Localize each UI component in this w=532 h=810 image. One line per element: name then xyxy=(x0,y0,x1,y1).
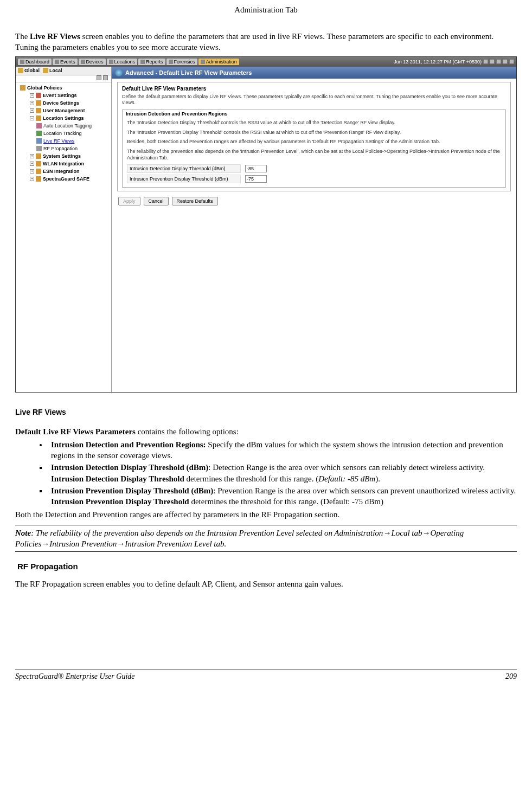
main-panel: Advanced - Default Live RF View Paramete… xyxy=(112,67,516,392)
expand-icon[interactable]: + xyxy=(30,169,34,173)
detection-threshold-input[interactable] xyxy=(245,165,267,172)
intro-rest: screen enables you to define the paramet… xyxy=(15,32,493,52)
b2-bold: Intrusion Detection Display Threshold (d… xyxy=(51,463,208,472)
para1: The 'Intrusion Detection Display Thresho… xyxy=(127,120,501,126)
sidebar-spectraguard-safe[interactable]: +SpectraGuard SAFE xyxy=(19,175,111,183)
expand-icon[interactable]: + xyxy=(30,162,34,166)
help-icon[interactable] xyxy=(503,59,508,64)
expand-icon[interactable]: + xyxy=(30,108,34,113)
cancel-button[interactable]: Cancel xyxy=(144,197,169,205)
param-label: Intrusion Detection Display Threshold (d… xyxy=(127,164,241,173)
button-row: Apply Cancel Restore Defaults xyxy=(117,197,511,205)
note-rest: : The reliability of the prevention also… xyxy=(31,529,383,537)
tab-administration[interactable]: Administration xyxy=(198,59,239,65)
tab-label: Devices xyxy=(86,59,104,65)
bullet-prevention-threshold: Intrusion Prevention Display Threshold (… xyxy=(48,485,517,507)
params-intro: Default Live RF Views Parameters contain… xyxy=(15,426,517,437)
arrow-icon: → xyxy=(117,539,125,548)
expand-icon[interactable]: + xyxy=(30,101,34,105)
footer-page-number: 209 xyxy=(505,672,517,681)
tab-reports[interactable]: Reports xyxy=(138,59,165,65)
page-header: Administration Tab xyxy=(15,5,517,15)
params-bold: Default Live RF Views Parameters xyxy=(15,427,136,436)
expand-all-icon[interactable] xyxy=(97,75,101,80)
reports-icon xyxy=(140,60,145,64)
expand-icon[interactable]: + xyxy=(30,93,34,98)
note-p4: Intrusion Prevention xyxy=(49,539,117,548)
sidebar-wlan-integration[interactable]: +WLAN Integration xyxy=(19,160,111,168)
app-timestamp: Jun 13 2011, 12:12:27 PM (GMT +0530) xyxy=(394,59,514,65)
tab-devices[interactable]: Devices xyxy=(79,59,106,65)
events-icon xyxy=(55,60,59,64)
b2-end: ). xyxy=(375,474,380,483)
item-label: Location Tracking xyxy=(43,131,82,136)
param-label: Intrusion Prevention Display Threshold (… xyxy=(127,175,241,183)
dashboard-icon xyxy=(20,60,24,64)
arrow-icon: → xyxy=(383,528,391,537)
params-rest: contains the following options: xyxy=(136,427,239,436)
item-label: Auto Location Tagging xyxy=(43,123,92,128)
refresh-icon[interactable] xyxy=(483,59,488,64)
folder-icon xyxy=(36,108,41,113)
folder-icon xyxy=(36,161,41,166)
tab-events[interactable]: Events xyxy=(53,59,78,65)
sidebar-global-policies[interactable]: Global Policies xyxy=(19,84,111,92)
sidebar-global-tab[interactable]: Global xyxy=(18,68,40,73)
item-label: SpectraGuard SAFE xyxy=(43,176,89,182)
b2-mid1: : Detection Range is the area over which… xyxy=(208,463,485,472)
admin-icon xyxy=(201,60,205,64)
expand-icon[interactable]: + xyxy=(30,154,34,158)
arrow-icon: → xyxy=(422,528,430,537)
b2-bold2: Intrusion Detection Display Threshold xyxy=(51,474,184,483)
logout-icon[interactable] xyxy=(509,59,514,64)
devices-icon xyxy=(81,60,85,64)
item-label: Location Settings xyxy=(43,115,84,121)
item-label: User Management xyxy=(43,108,85,113)
toggle-icon[interactable] xyxy=(490,59,495,64)
prevention-threshold-input[interactable] xyxy=(245,175,267,183)
tab-label: Forensics xyxy=(174,59,195,65)
param-row-detection: Intrusion Detection Display Threshold (d… xyxy=(127,164,501,173)
sidebar-user-management[interactable]: +User Management xyxy=(19,107,111,114)
forensics-icon xyxy=(169,60,173,64)
list-icon[interactable] xyxy=(496,59,501,64)
collapse-all-icon[interactable] xyxy=(103,75,108,80)
restore-defaults-button[interactable]: Restore Defaults xyxy=(172,197,218,205)
intro-bold: Live RF Views xyxy=(30,32,80,41)
panel-header: Advanced - Default Live RF View Paramete… xyxy=(112,67,516,79)
note-bold: Note xyxy=(15,529,31,537)
tab-label: Dashboard xyxy=(25,59,49,65)
after-bullets-text: Both the Detection and Prevention ranges… xyxy=(15,509,517,520)
item-label: RF Propagation xyxy=(43,146,78,151)
para3: Besides, both Detection and Prevention r… xyxy=(127,139,501,145)
page-footer: SpectraGuard® Enterprise User Guide 209 xyxy=(15,670,517,681)
b3-mid1: : Prevention Range is the area over whic… xyxy=(213,486,516,495)
sidebar-device-settings[interactable]: +Device Settings xyxy=(19,99,111,107)
sidebar-location-settings[interactable]: -Location Settings xyxy=(19,114,111,122)
sidebar-system-settings[interactable]: +System Settings xyxy=(19,152,111,160)
rf-icon xyxy=(36,138,42,144)
tab-dashboard[interactable]: Dashboard xyxy=(18,59,52,65)
tab-locations[interactable]: Locations xyxy=(107,59,138,65)
b2-mid2: determines the threshold for this range.… xyxy=(184,474,318,483)
sidebar-local-tab[interactable]: Local xyxy=(43,68,62,73)
sidebar: Global Local Global Policies +Event Sett… xyxy=(16,67,112,392)
apply-button[interactable]: Apply xyxy=(118,197,140,205)
sidebar-live-rf-views[interactable]: Live RF Views xyxy=(19,137,111,145)
sidebar-esn-integration[interactable]: +ESN Integration xyxy=(19,168,111,175)
item-label: Global Policies xyxy=(27,85,62,91)
tab-forensics[interactable]: Forensics xyxy=(166,59,197,65)
tab-label: Reports xyxy=(146,59,163,65)
expand-icon[interactable]: + xyxy=(30,177,34,181)
sidebar-auto-location-tagging[interactable]: Auto Location Tagging xyxy=(19,122,111,130)
sidebar-location-tracking[interactable]: Location Tracking xyxy=(19,130,111,137)
sidebar-event-settings[interactable]: +Event Settings xyxy=(19,92,111,99)
panel-title: Advanced - Default Live RF View Paramete… xyxy=(125,69,252,76)
b1-bold: Intrusion Detection and Prevention Regio… xyxy=(51,440,206,449)
para2: The 'Intrusion Prevention Display Thresh… xyxy=(127,130,501,136)
item-label: Live RF Views xyxy=(43,138,74,144)
note-p5: Intrusion Prevention Level tab. xyxy=(125,539,226,548)
sidebar-rf-propagation[interactable]: RF Propagation xyxy=(19,145,111,152)
tab-label: Administration xyxy=(206,59,237,65)
collapse-icon[interactable]: - xyxy=(30,116,34,120)
